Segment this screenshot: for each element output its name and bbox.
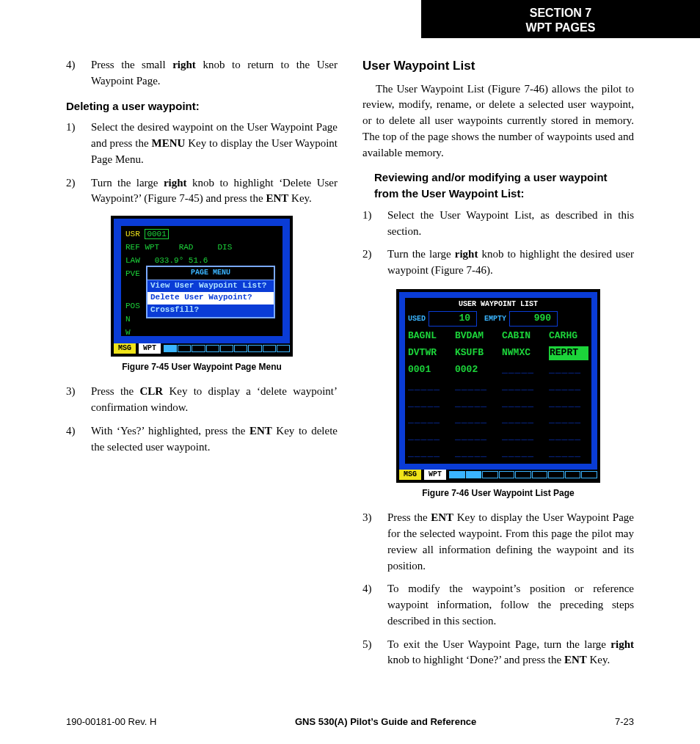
list-item: 2) Turn the large right knob to highligh… (66, 175, 338, 208)
subheading-deleting: Deleting a user waypoint: (66, 98, 338, 114)
list-text: Select the desired waypoint on the User … (91, 120, 338, 167)
review-steps-3-5: 3) Press the ENT Key to display the User… (362, 510, 634, 668)
section-banner: SECTION 7 WPT PAGES (421, 0, 700, 38)
list-num: 1) (66, 120, 91, 167)
left-column: 4) Press the small right knob to return … (66, 57, 338, 704)
intro-paragraph: The User Waypoint List (Figure 7-46) all… (362, 81, 634, 161)
footer-center: GNS 530(A) Pilot’s Guide and Reference (295, 715, 476, 729)
list-item: 3) Press the CLR Key to display a ‘delet… (66, 384, 338, 416)
list-item: 3) Press the ENT Key to display the User… (362, 510, 634, 574)
list-item: 2) Turn the large right knob to highligh… (362, 247, 634, 279)
delete-steps-3-4: 3) Press the CLR Key to display a ‘delet… (66, 384, 338, 455)
body-columns: 4) Press the small right knob to return … (66, 57, 634, 704)
list-text: To exit the User Waypoint Page, turn the… (387, 637, 634, 669)
list-num: 4) (66, 423, 91, 456)
list-text: To modify the waypoint’s position or ref… (387, 581, 634, 629)
page-menu-popup: PAGE MENU View User Waypoint List? Delet… (146, 266, 275, 318)
list-item: 4) Press the small right knob to return … (66, 57, 338, 90)
banner-line1: SECTION 7 (421, 6, 700, 21)
list-num: 3) (362, 510, 387, 574)
footer-left: 190-00181-00 Rev. H (66, 715, 156, 729)
list-num: 4) (362, 581, 387, 629)
list-item: 4) With ‘Yes?’ highlighted, press the EN… (66, 423, 338, 456)
list-item: 1) Select the desired waypoint on the Us… (66, 120, 338, 167)
figure-7-45-caption: Figure 7-45 User Waypoint Page Menu (66, 361, 338, 373)
page-footer: 190-00181-00 Rev. H GNS 530(A) Pilot’s G… (66, 715, 634, 729)
review-steps-1-2: 1) Select the User Waypoint List, as des… (362, 208, 634, 279)
list-num: 4) (66, 57, 91, 90)
list-item: 5) To exit the User Waypoint Page, turn … (362, 637, 634, 669)
list-num: 5) (362, 637, 387, 669)
list-text: Turn the large right knob to highlight t… (387, 247, 634, 279)
banner-line2: WPT PAGES (421, 21, 700, 35)
list-num: 2) (362, 247, 387, 279)
figure-7-46: USER WAYPOINT LIST USED 10 EMPTY 990 BAG… (396, 289, 600, 483)
list-item: 1) Select the User Waypoint List, as des… (362, 208, 634, 240)
subheading-reviewing: Reviewing and/or modifying a user waypoi… (374, 169, 634, 202)
waypoint-grid: BAGNL BVDAM CABIN CARHG DVTWR KSUFB NWMX… (408, 329, 588, 461)
figure-7-45: USR 0001 REF WPT RAD DIS LAW 033.9° 51.6… (111, 216, 293, 357)
figure-7-46-caption: Figure 7-46 User Waypoint List Page (362, 487, 634, 500)
right-column: User Waypoint List The User Waypoint Lis… (362, 57, 634, 704)
list-text: Select the User Waypoint List, as descri… (387, 208, 634, 240)
list-text: Press the CLR Key to display a ‘delete w… (91, 384, 338, 416)
list-text: Press the ENT Key to display the User Wa… (387, 510, 634, 574)
list-num: 1) (362, 208, 387, 240)
list-text: Turn the large right knob to highlight ‘… (91, 175, 338, 208)
delete-steps-1-2: 1) Select the desired waypoint on the Us… (66, 120, 338, 207)
list-num: 2) (66, 175, 91, 208)
list-num: 3) (66, 384, 91, 416)
footer-right: 7-23 (615, 715, 634, 729)
list-text: Press the small right knob to return to … (91, 57, 338, 90)
list-item: 4) To modify the waypoint’s position or … (362, 581, 634, 629)
list-text: With ‘Yes?’ highlighted, press the ENT K… (91, 423, 338, 456)
section-heading-user-waypoint-list: User Waypoint List (362, 57, 634, 76)
